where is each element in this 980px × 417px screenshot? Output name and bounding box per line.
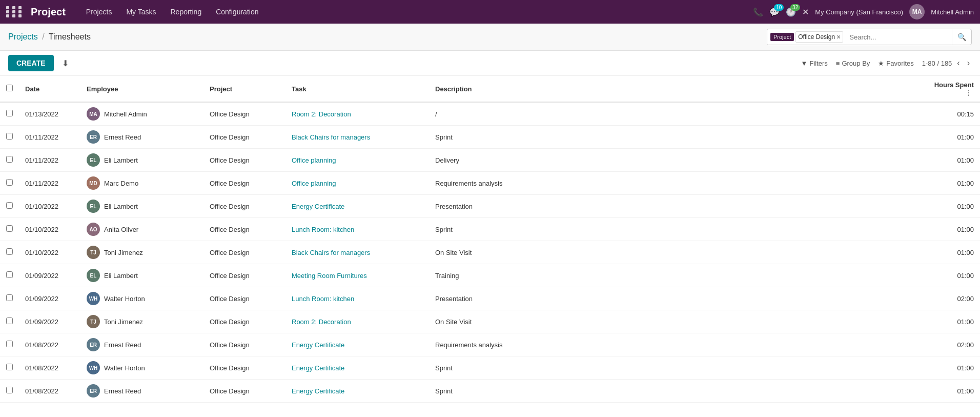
row-task[interactable]: Lunch Room: kitchen xyxy=(285,287,429,310)
row-date: 01/09/2022 xyxy=(19,287,80,310)
row-task[interactable]: Energy Certificate xyxy=(285,380,429,403)
row-task[interactable]: Black Chairs for managers xyxy=(285,126,429,149)
apps-grid-icon[interactable] xyxy=(6,6,24,17)
select-all-checkbox[interactable] xyxy=(6,85,13,91)
nav-link-configuration[interactable]: Configuration xyxy=(210,5,264,19)
row-task[interactable]: Office planning xyxy=(285,149,429,172)
pagination-prev[interactable]: ‹ xyxy=(955,57,962,69)
search-icon[interactable]: 🔍 xyxy=(952,29,971,45)
table-row: 01/08/2022 ER Ernest Reed Office Design … xyxy=(0,380,980,403)
row-date: 01/09/2022 xyxy=(19,310,80,333)
row-checkbox[interactable] xyxy=(6,225,13,232)
nav-link-mytasks[interactable]: My Tasks xyxy=(120,5,162,19)
col-header-hours[interactable]: Hours Spent ⋮ xyxy=(918,76,980,102)
column-options-icon[interactable]: ⋮ xyxy=(963,89,974,96)
row-task[interactable]: Office planning xyxy=(285,172,429,195)
row-checkbox[interactable] xyxy=(6,387,13,393)
row-employee: ER Ernest Reed xyxy=(80,380,203,403)
employee-name: Eli Lambert xyxy=(104,272,138,280)
create-button[interactable]: CREATE xyxy=(8,55,54,71)
employee-name: Anita Oliver xyxy=(104,226,138,233)
row-checkbox-cell xyxy=(0,241,19,264)
task-link[interactable]: Room 2: Decoration xyxy=(292,318,351,326)
col-header-task[interactable]: Task xyxy=(285,76,429,102)
search-input[interactable] xyxy=(845,29,952,45)
row-checkbox[interactable] xyxy=(6,248,13,255)
task-link[interactable]: Lunch Room: kitchen xyxy=(292,226,354,233)
groupby-icon: ≡ xyxy=(836,59,840,67)
col-header-project[interactable]: Project xyxy=(203,76,285,102)
task-link[interactable]: Black Chairs for managers xyxy=(292,249,370,256)
row-checkbox[interactable] xyxy=(6,317,13,324)
row-checkbox[interactable] xyxy=(6,364,13,370)
row-project: Office Design xyxy=(203,126,285,149)
select-all-col xyxy=(0,76,19,102)
col-header-date[interactable]: Date xyxy=(19,76,80,102)
row-task[interactable]: Lunch Room: kitchen xyxy=(285,218,429,241)
top-navigation: Project Projects My Tasks Reporting Conf… xyxy=(0,0,980,24)
task-link[interactable]: Room 2: Decoration xyxy=(292,110,351,118)
favorites-label: Favorites xyxy=(886,59,913,67)
employee-name: Toni Jimenez xyxy=(104,318,143,326)
row-checkbox[interactable] xyxy=(6,156,13,163)
row-hours: 01:00 xyxy=(918,218,980,241)
nav-link-reporting[interactable]: Reporting xyxy=(164,5,208,19)
col-header-employee[interactable]: Employee xyxy=(80,76,203,102)
row-hours: 01:00 xyxy=(918,172,980,195)
task-link[interactable]: Black Chairs for managers xyxy=(292,133,370,141)
row-hours: 01:00 xyxy=(918,126,980,149)
task-link[interactable]: Energy Certificate xyxy=(292,387,344,395)
row-task[interactable]: Room 2: Decoration xyxy=(285,102,429,126)
task-link[interactable]: Office planning xyxy=(292,156,336,164)
row-checkbox[interactable] xyxy=(6,179,13,186)
task-link[interactable]: Energy Certificate xyxy=(292,341,344,349)
download-button[interactable]: ⬇ xyxy=(58,55,73,71)
favorites-button[interactable]: ★ Favorites xyxy=(878,59,913,67)
chat-icon[interactable]: 💬 10 xyxy=(769,7,780,17)
row-checkbox[interactable] xyxy=(6,133,13,140)
phone-icon[interactable]: 📞 xyxy=(753,7,763,17)
row-date: 01/10/2022 xyxy=(19,195,80,218)
groupby-button[interactable]: ≡ Group By xyxy=(836,59,870,67)
filter-tag-label: Project xyxy=(770,33,794,41)
pagination: 1-80 / 185 ‹ › xyxy=(922,57,972,69)
row-checkbox[interactable] xyxy=(6,271,13,278)
task-link[interactable]: Lunch Room: kitchen xyxy=(292,295,354,303)
row-checkbox[interactable] xyxy=(6,202,13,209)
user-name: Mitchell Admin xyxy=(931,8,974,16)
row-task[interactable]: Meeting Room Furnitures xyxy=(285,264,429,287)
employee-avatar: EL xyxy=(87,200,100,213)
action-bar-right: ▼ Filters ≡ Group By ★ Favorites 1-80 / … xyxy=(801,57,972,69)
row-checkbox[interactable] xyxy=(6,341,13,347)
filters-button[interactable]: ▼ Filters xyxy=(801,59,828,67)
col-header-description[interactable]: Description xyxy=(429,76,918,102)
task-link[interactable]: Energy Certificate xyxy=(292,203,344,210)
task-link[interactable]: Energy Certificate xyxy=(292,364,344,372)
breadcrumb-parent[interactable]: Projects xyxy=(8,32,38,41)
task-link[interactable]: Office planning xyxy=(292,180,336,187)
row-date: 01/08/2022 xyxy=(19,333,80,356)
row-task[interactable]: Black Chairs for managers xyxy=(285,241,429,264)
row-task[interactable]: Energy Certificate xyxy=(285,333,429,356)
row-task[interactable]: Energy Certificate xyxy=(285,356,429,380)
row-hours: 02:00 xyxy=(918,287,980,310)
filter-remove-icon[interactable]: × xyxy=(836,33,841,41)
close-icon[interactable]: ✕ xyxy=(802,7,809,17)
filter-tag-value: Office Design × xyxy=(795,31,843,43)
activity-icon[interactable]: 🕐 32 xyxy=(786,7,796,17)
nav-links: Projects My Tasks Reporting Configuratio… xyxy=(80,5,749,19)
task-link[interactable]: Meeting Room Furnitures xyxy=(292,272,367,280)
avatar[interactable]: MA xyxy=(909,4,925,19)
groupby-label: Group By xyxy=(842,59,870,67)
row-checkbox[interactable] xyxy=(6,294,13,301)
row-date: 01/10/2022 xyxy=(19,241,80,264)
pagination-next[interactable]: › xyxy=(965,57,972,69)
nav-link-projects[interactable]: Projects xyxy=(80,5,118,19)
row-checkbox[interactable] xyxy=(6,110,13,116)
row-task[interactable]: Room 2: Decoration xyxy=(285,310,429,333)
row-task[interactable]: Energy Certificate xyxy=(285,195,429,218)
employee-name: Eli Lambert xyxy=(104,203,138,210)
row-checkbox-cell xyxy=(0,149,19,172)
table-row: 01/11/2022 EL Eli Lambert Office Design … xyxy=(0,149,980,172)
employee-name: Ernest Reed xyxy=(104,341,141,349)
